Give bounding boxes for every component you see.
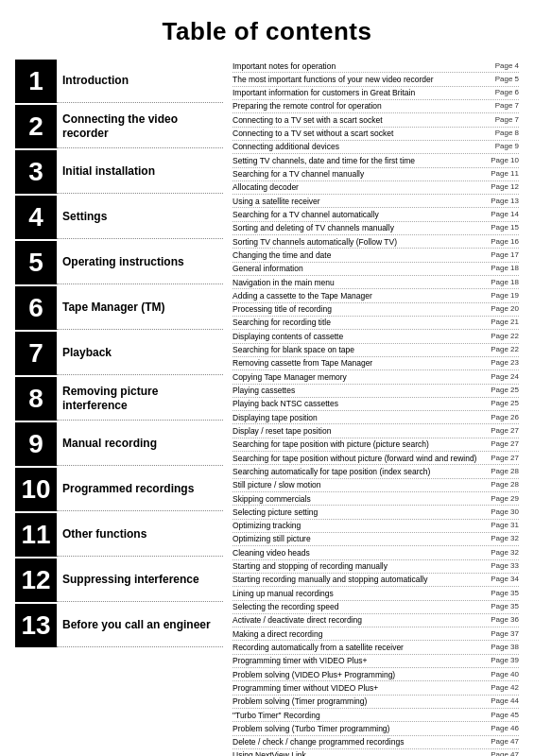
toc-entry: Programming timer without VIDEO Plus+Pag… xyxy=(233,681,519,695)
toc-entry-text: The most important functions of your new… xyxy=(233,74,495,85)
toc-entry: Copying Tape Manager memoryPage 24 xyxy=(233,370,519,384)
toc-entry: Cleaning video headsPage 32 xyxy=(233,546,519,559)
chapter-number: 8 xyxy=(15,377,57,421)
toc-entry-text: Searching automatically for tape positio… xyxy=(233,466,491,477)
toc-entry-page: Page 47 xyxy=(491,736,519,747)
chapter-number: 12 xyxy=(15,558,57,602)
toc-entry: General informationPage 18 xyxy=(233,263,519,276)
toc-entry-text: Connecting additional devices xyxy=(233,141,495,152)
chapter-number: 1 xyxy=(15,60,57,103)
toc-entry: Important information for customers in G… xyxy=(233,87,519,100)
toc-entry: The most important functions of your new… xyxy=(233,73,519,86)
toc-entry: Important notes for operationPage 4 xyxy=(233,60,519,73)
chapter-title-block: Other functions xyxy=(57,513,223,557)
chapter-number: 4 xyxy=(15,196,57,239)
toc-entry-page: Page 8 xyxy=(495,128,519,139)
chapter-number: 5 xyxy=(15,241,57,284)
toc-entry-text: Cleaning video heads xyxy=(233,547,491,558)
chapter-title-block: Programmed recordings xyxy=(57,468,223,511)
toc-entry: Making a direct recordingPage 37 xyxy=(233,627,519,641)
toc-entry: Using NextView LinkPage 47 xyxy=(233,749,519,756)
chapter-number: 9 xyxy=(15,422,57,466)
toc-entry: Processing title of recordingPage 20 xyxy=(233,303,519,317)
toc-entry-text: Sorting TV channels automatically (Follo… xyxy=(233,236,491,248)
toc-entry-page: Page 25 xyxy=(491,398,519,409)
toc-entry: Starting recording manually and stopping… xyxy=(233,574,519,587)
toc-entry: Selecting the recording speedPage 35 xyxy=(233,601,519,614)
toc-entry-page: Page 6 xyxy=(495,87,519,98)
toc-entry-text: Optimizing still picture xyxy=(233,533,491,544)
chapter-title-text: Playback xyxy=(62,346,217,360)
chapter-title-text: Tape Manager (TM) xyxy=(62,301,217,315)
toc-entry-text: Displaying contents of cassette xyxy=(233,331,491,342)
toc-entry: Playing cassettesPage 25 xyxy=(233,385,519,398)
toc-entry-text: Using NextView Link xyxy=(233,749,491,756)
toc-entry-page: Page 33 xyxy=(491,560,519,572)
chapter-title-text: Manual recording xyxy=(62,437,217,451)
toc-entry-page: Page 27 xyxy=(491,425,519,437)
toc-entry-page: Page 22 xyxy=(491,331,519,342)
toc-entry-page: Page 19 xyxy=(491,290,519,301)
toc-entry-page: Page 13 xyxy=(491,196,519,207)
toc-entry-page: Page 20 xyxy=(491,303,519,315)
toc-entry-page: Page 42 xyxy=(491,682,519,694)
chapter-number: 3 xyxy=(15,150,57,194)
toc-entry-text: Connecting to a TV set without a scart s… xyxy=(233,128,495,139)
toc-entry-page: Page 11 xyxy=(491,168,519,180)
chapter-title-block: Settings xyxy=(57,196,223,239)
toc-entry-page: Page 28 xyxy=(491,466,519,477)
toc-entry-text: Starting and stopping of recording manua… xyxy=(233,560,491,572)
chapter-title-block: Removing picture interference xyxy=(57,377,223,421)
toc-entry-page: Page 30 xyxy=(491,507,519,518)
toc-entry-page: Page 7 xyxy=(495,114,519,126)
toc-entry-page: Page 44 xyxy=(491,696,519,707)
toc-entry: Adding a cassette to the Tape ManagerPag… xyxy=(233,289,519,302)
toc-entry: Connecting additional devicesPage 9 xyxy=(233,141,519,154)
toc-entry-text: Problem solving (Timer programming) xyxy=(233,696,491,707)
toc-entry-page: Page 31 xyxy=(491,520,519,531)
toc-entry: Problem solving (Turbo Timer programming… xyxy=(233,722,519,735)
chapter-title-block: Introduction xyxy=(57,60,223,103)
chapter-item: 11Other functions xyxy=(15,513,223,557)
toc-entry: Searching for tape position with picture… xyxy=(233,438,519,452)
toc-entry-page: Page 35 xyxy=(491,588,519,599)
toc-entry: Problem solving (Timer programming)Page … xyxy=(233,696,519,709)
chapter-item: 8Removing picture interference xyxy=(15,377,223,421)
toc-entry: Navigation in the main menuPage 18 xyxy=(233,276,519,289)
chapter-title-text: Before you call an engineer xyxy=(62,618,217,632)
toc-entry-page: Page 26 xyxy=(491,412,519,423)
chapter-title-block: Connecting the video recorder xyxy=(57,105,223,148)
chapter-item: 4Settings xyxy=(15,196,223,239)
toc-entry-text: Searching for recording title xyxy=(233,317,491,328)
toc-entry-text: Making a direct recording xyxy=(233,628,491,640)
toc-entry: Activate / deactivate direct recordingPa… xyxy=(233,614,519,627)
toc-entry: Sorting and deleting of TV channels manu… xyxy=(233,222,519,235)
toc-entry: Using a satellite receiverPage 13 xyxy=(233,195,519,208)
toc-entry: Searching for tape position without pict… xyxy=(233,452,519,465)
toc-entry: Displaying contents of cassettePage 22 xyxy=(233,330,519,343)
toc-entry: Recording automatically from a satellite… xyxy=(233,641,519,654)
toc-entry-text: Skipping commercials xyxy=(233,493,491,505)
toc-entry: Display / reset tape positionPage 27 xyxy=(233,424,519,438)
toc-entry-text: Display / reset tape position xyxy=(233,425,491,437)
toc-entry: Connecting to a TV set with a scart sock… xyxy=(233,113,519,127)
chapter-title-text: Introduction xyxy=(62,74,217,88)
toc-entry-text: General information xyxy=(233,263,491,274)
toc-entry: Allocating decoderPage 12 xyxy=(233,181,519,195)
toc-entry-page: Page 12 xyxy=(491,181,519,193)
toc-entry-text: Programming timer with VIDEO Plus+ xyxy=(233,655,491,666)
toc-entry-text: Changing the time and date xyxy=(233,249,491,261)
toc-entry-text: Preparing the remote control for operati… xyxy=(233,100,495,112)
toc-entry-text: Searching for a TV channel automatically xyxy=(233,209,491,220)
toc-entry-text: Connecting to a TV set with a scart sock… xyxy=(233,114,495,126)
toc-entry: "Turbo Timer" RecordingPage 45 xyxy=(233,709,519,722)
toc-entry-text: Searching for tape position with picture… xyxy=(233,438,491,450)
chapter-item: 7Playback xyxy=(15,332,223,375)
chapter-title-block: Playback xyxy=(57,332,223,375)
toc-entry-text: Navigation in the main menu xyxy=(233,277,491,288)
toc-entry: Starting and stopping of recording manua… xyxy=(233,560,519,574)
chapter-title-block: Operating instructions xyxy=(57,241,223,284)
toc-entry-text: Selecting picture setting xyxy=(233,507,491,518)
toc-entry-page: Page 27 xyxy=(491,453,519,464)
toc-entry-text: Sorting and deleting of TV channels manu… xyxy=(233,222,491,233)
